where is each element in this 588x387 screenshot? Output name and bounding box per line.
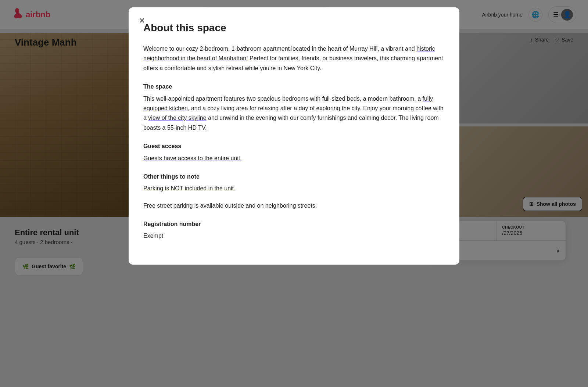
- modal-overlay[interactable]: ✕ About this space Welcome to our cozy 2…: [0, 0, 588, 387]
- registration-section: Registration number Exempt: [143, 219, 445, 241]
- space-underlined2: view of the city skyline: [148, 115, 206, 121]
- registration-value: Exempt: [143, 231, 445, 241]
- other-section: Other things to note Parking is NOT incl…: [143, 172, 445, 211]
- other-underlined: Parking is NOT included in the unit.: [143, 185, 236, 191]
- intro-text-before: Welcome to our cozy 2-bedroom, 1-bathroo…: [143, 46, 416, 52]
- guest-access-heading: Guest access: [143, 141, 445, 151]
- space-section: The space This well-appointed apartment …: [143, 82, 445, 133]
- guest-access-section: Guest access Guests have access to the e…: [143, 141, 445, 163]
- modal-body: Welcome to our cozy 2-bedroom, 1-bathroo…: [143, 44, 445, 241]
- other-heading: Other things to note: [143, 172, 445, 182]
- other-text: Parking is NOT included in the unit.: [143, 184, 445, 193]
- space-heading: The space: [143, 82, 445, 92]
- intro-section: Welcome to our cozy 2-bedroom, 1-bathroo…: [143, 44, 445, 73]
- guest-access-underlined: Guests have access to the entire unit.: [143, 155, 242, 161]
- space-text: This well-appointed apartment features t…: [143, 94, 445, 133]
- modal-close-button[interactable]: ✕: [136, 15, 148, 26]
- registration-heading: Registration number: [143, 219, 445, 229]
- close-icon: ✕: [139, 16, 145, 25]
- modal-title: About this space: [143, 22, 445, 34]
- space-text-before: This well-appointed apartment features t…: [143, 96, 423, 102]
- intro-text: Welcome to our cozy 2-bedroom, 1-bathroo…: [143, 44, 445, 73]
- guest-access-text: Guests have access to the entire unit.: [143, 154, 445, 163]
- about-space-modal: ✕ About this space Welcome to our cozy 2…: [129, 7, 459, 265]
- other-text2: Free street parking is available outside…: [143, 201, 445, 211]
